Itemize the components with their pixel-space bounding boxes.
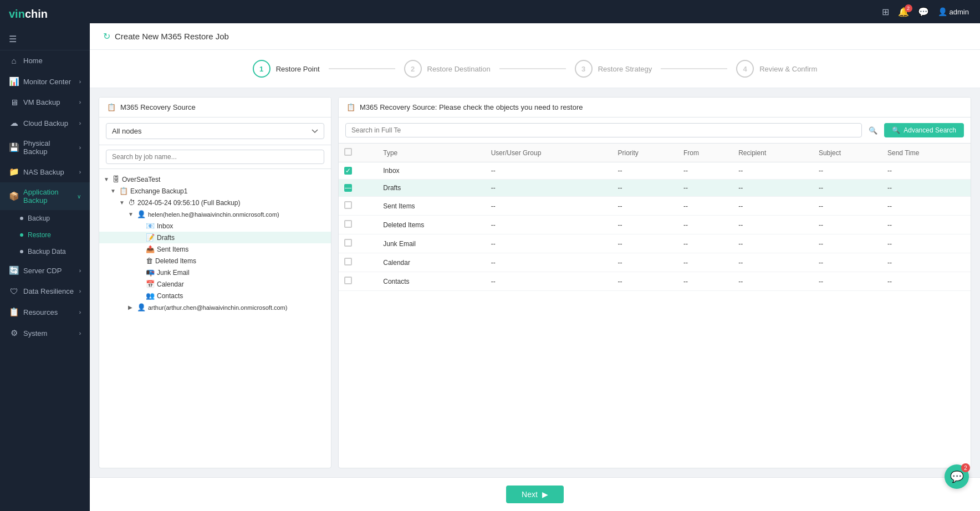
row-checkbox[interactable] [344,239,352,247]
row-checkbox[interactable]: — [344,184,352,192]
right-panel-header: 📋 M365 Recovery Source: Please check the… [339,98,971,117]
sidebar-sub-label: Backup [28,214,50,222]
chat-fab[interactable]: 💬 2 [945,464,969,489]
node-dropdown[interactable]: All nodes [106,123,324,139]
sidebar-item-cloud-backup[interactable]: ☁ Cloud Backup › [0,113,90,134]
database-icon: 🗄 [113,175,120,183]
next-button[interactable]: Next ▶ [506,486,564,503]
send-time-cell: -- [882,162,971,180]
row-checkbox-cell[interactable] [339,253,377,272]
calendar-icon: 📅 [146,280,155,288]
sidebar-item-label: NAS Backup [23,168,64,176]
chevron-right-icon: › [79,145,81,151]
sidebar-item-home[interactable]: ⌂ Home [0,50,90,71]
tree-node-calendar[interactable]: 📅 Calendar [99,278,331,290]
row-checkbox-cell[interactable]: — [339,180,377,197]
chat-fab-badge: 2 [961,463,970,472]
sidebar-item-nas-backup[interactable]: 📁 NAS Backup › [0,161,90,182]
sidebar-item-server-cdp[interactable]: 🔄 Server CDP › [0,260,90,281]
sidebar-sub-item-restore[interactable]: Restore [0,227,90,243]
tree-node-sent-items[interactable]: 📤 Sent Items [99,243,331,255]
nas-icon: 📁 [9,167,19,177]
table-row[interactable]: — Drafts -- -- -- -- -- -- [339,180,971,197]
wizard-step-2[interactable]: 2 Restore Destination [404,60,491,78]
tree-node-exchange-backup1[interactable]: ▼ 📋 Exchange Backup1 [99,185,331,197]
priority-cell: -- [612,162,678,180]
table-row[interactable]: Junk Email -- -- -- -- -- -- [339,234,971,253]
tree-node-helen[interactable]: ▼ 👤 helen(helen.he@haiwaivinchin.onmicro… [99,208,331,220]
table-row[interactable]: Sent Items -- -- -- -- -- -- [339,197,971,216]
sidebar-item-data-resilience[interactable]: 🛡 Data Resilience › [0,281,90,302]
monitor-icon: 📊 [9,76,19,86]
row-checkbox-cell[interactable] [339,197,377,216]
user-group-column-header: User/User Group [486,144,612,162]
select-all-checkbox[interactable] [344,148,352,156]
sidebar-sub-item-backup[interactable]: Backup [0,210,90,227]
drafts-icon: 📝 [146,233,155,242]
row-checkbox-cell[interactable]: ✓ [339,162,377,180]
row-checkbox-cell[interactable] [339,234,377,253]
chevron-right-icon: › [79,330,81,336]
sidebar-toggle[interactable]: ☰ [0,28,90,50]
sidebar-item-label: Resources [23,308,58,316]
sidebar-item-physical-backup[interactable]: 💾 Physical Backup › [0,134,90,161]
tree-node-arthur[interactable]: ▶ 👤 arthur(arthur.chen@haiwaivinchin.onm… [99,302,331,313]
job-search-input[interactable] [106,150,324,164]
table-row[interactable]: Calendar -- -- -- -- -- -- [339,253,971,272]
tree-node-contacts[interactable]: 👥 Contacts [99,290,331,302]
tree-node-drafts[interactable]: 📝 Drafts [99,232,331,243]
row-checkbox[interactable]: ✓ [344,167,352,175]
tree-node-label: Inbox [157,222,326,230]
type-cell: Calendar [377,253,485,272]
deleted-icon: 🗑 [146,257,153,265]
tree-node-deleted-items[interactable]: 🗑 Deleted Items [99,255,331,267]
row-checkbox-cell[interactable] [339,272,377,291]
sidebar-item-resources[interactable]: 📋 Resources › [0,302,90,323]
sidebar-item-system[interactable]: ⚙ System › [0,323,90,344]
send-time-cell: -- [882,234,971,253]
wizard-step-4[interactable]: 4 Review & Confirm [736,60,817,78]
sidebar: vinchin ☰ ⌂ Home 📊 Monitor Center › 🖥 VM… [0,0,90,511]
sidebar-sub-item-backup-data[interactable]: Backup Data [0,243,90,260]
table-row[interactable]: ✓ Inbox -- -- -- -- -- -- [339,162,971,180]
right-panel-title: M365 Recovery Source: Please check the o… [360,103,583,111]
tree-node-inbox[interactable]: 📧 Inbox [99,220,331,232]
tree-node-backup-point[interactable]: ▼ ⏱ 2024-05-24 09:56:10 (Full Backup) [99,197,331,208]
tree-node-overseatest[interactable]: ▼ 🗄 OverSeaTest [99,173,331,185]
row-checkbox[interactable] [344,258,352,265]
type-cell: Contacts [377,272,485,291]
from-cell: -- [678,216,733,234]
wizard-step-1[interactable]: 1 Restore Point [253,60,320,78]
type-cell: Inbox [377,162,485,180]
select-all-header[interactable] [339,144,377,162]
from-column-header: From [678,144,733,162]
advanced-search-button[interactable]: 🔍 Advanced Search [884,123,964,137]
full-text-search-input[interactable] [345,123,862,137]
from-cell: -- [678,197,733,216]
sidebar-item-vm-backup[interactable]: 🖥 VM Backup › [0,92,90,113]
logo-text-chin: chin [25,8,48,21]
system-icon: ⚙ [9,328,19,338]
row-checkbox-cell[interactable] [339,216,377,234]
wizard-step-circle-2: 2 [404,60,422,78]
wizard-step-3[interactable]: 3 Restore Strategy [575,60,652,78]
subject-cell: -- [813,216,882,234]
row-checkbox[interactable] [344,220,352,228]
search-icon[interactable]: 🔍 [866,124,880,137]
row-checkbox[interactable] [344,277,352,284]
sidebar-item-monitor-center[interactable]: 📊 Monitor Center › [0,71,90,92]
user-group-cell: -- [486,234,612,253]
resources-icon: 📋 [9,307,19,317]
row-checkbox[interactable] [344,201,352,209]
sidebar-item-label: Monitor Center [23,78,71,86]
tree-node-junk-email[interactable]: 📭 Junk Email [99,267,331,278]
expand-icon: ▶ [128,304,135,310]
chevron-right-icon: › [79,169,81,175]
sidebar-item-application-backup[interactable]: 📦 Application Backup ∨ [0,182,90,210]
sidebar-item-label: Cloud Backup [23,119,68,127]
table-row[interactable]: Contacts -- -- -- -- -- -- [339,272,971,291]
table-row[interactable]: Deleted Items -- -- -- -- -- -- [339,216,971,234]
app-backup-icon: 📦 [9,191,19,201]
user-group-cell: -- [486,272,612,291]
user-group-cell: -- [486,216,612,234]
